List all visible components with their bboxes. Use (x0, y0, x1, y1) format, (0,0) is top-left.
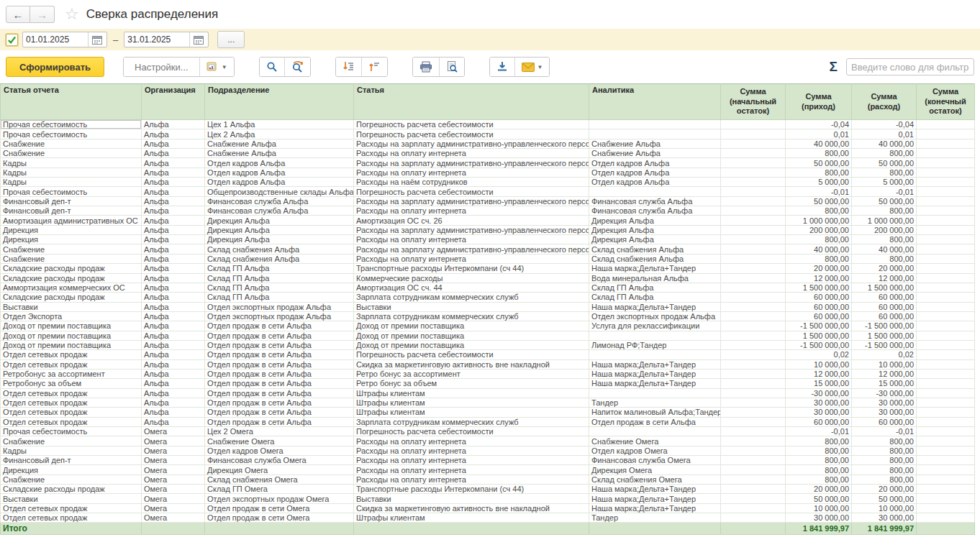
cell[interactable]: Дирекция Альфа (589, 235, 721, 244)
cell[interactable]: Складские расходы продаж (1, 264, 142, 273)
cell[interactable]: Отдел продаж в сети Альфа (205, 379, 354, 388)
cell[interactable]: Штрафы клиентам (354, 408, 589, 417)
cell[interactable]: Снабжение (1, 139, 142, 148)
cell[interactable] (721, 436, 786, 446)
cell[interactable]: 5 000,00 (786, 178, 852, 187)
cell[interactable]: Отдел кадров Альфа (589, 178, 721, 187)
cell[interactable]: Выставки (354, 302, 589, 311)
cell[interactable]: Складские расходы продаж (1, 485, 142, 494)
cell[interactable]: Омега (142, 427, 205, 436)
cell[interactable]: 60 000,00 (852, 417, 917, 426)
cell[interactable]: 800,00 (786, 446, 852, 455)
table-row[interactable]: ВыставкиОмегаОтдел экспортных продаж Оме… (1, 494, 975, 503)
cell[interactable] (721, 503, 786, 513)
cell[interactable]: Прочая себестоимость (1, 129, 142, 139)
cell[interactable]: Альфа (142, 283, 205, 292)
cell[interactable]: 5 000,00 (852, 178, 917, 187)
cell[interactable]: Отдел экспортных продаж Альфа (589, 311, 721, 321)
calendar-icon[interactable] (189, 32, 207, 47)
cell[interactable] (721, 283, 786, 292)
cell[interactable]: Альфа (142, 129, 205, 139)
cell[interactable]: 50 000,00 (852, 158, 917, 168)
cell[interactable]: Дирекция Альфа (205, 235, 354, 244)
cell[interactable]: Наша марка;Дельта+Тандер (589, 359, 721, 369)
cell[interactable]: Доход от премии поставщика (354, 331, 589, 340)
cell[interactable]: Альфа (142, 158, 205, 168)
cell[interactable]: Отдел продаж в сети Омега (205, 503, 354, 513)
cell[interactable]: Отдел кадров Альфа (589, 168, 721, 177)
cell[interactable]: Отдел продаж в сети Альфа (205, 359, 354, 369)
cell[interactable]: Склад ГП Альфа (205, 273, 354, 283)
cell[interactable]: -1 500 000,00 (852, 340, 917, 349)
cell[interactable]: Отдел продаж в сети Альфа (205, 417, 354, 426)
cell[interactable]: 200 000,00 (852, 225, 917, 234)
table-row[interactable]: Прочая себестоимостьАльфаЦех 2 АльфаПогр… (1, 129, 975, 139)
cell[interactable]: Отдел кадров Альфа (205, 158, 354, 168)
cell[interactable] (917, 465, 975, 475)
cell[interactable]: 12 000,00 (852, 369, 917, 378)
col-header-analytics[interactable]: Аналитика (589, 84, 721, 120)
cell[interactable]: Доход от премии поставщика (1, 331, 142, 340)
table-row[interactable]: Доход от премии поставщикаАльфаОтдел про… (1, 340, 975, 349)
cell[interactable] (721, 388, 786, 398)
cell[interactable] (721, 158, 786, 168)
cell[interactable]: Расходы на оплату интернета (354, 149, 589, 158)
cell[interactable]: Склад ГП Альфа (205, 293, 354, 302)
cell[interactable] (589, 129, 721, 139)
cell[interactable]: 800,00 (852, 254, 917, 263)
table-row[interactable]: ДирекцияАльфаДирекция АльфаРасходы на оп… (1, 235, 975, 244)
cell[interactable]: Дирекция Альфа (589, 216, 721, 225)
cell[interactable]: Дирекция Омега (589, 465, 721, 475)
cell[interactable] (721, 273, 786, 283)
cell[interactable]: Расходы на оплату интернета (354, 465, 589, 475)
cell[interactable]: 50 000,00 (786, 196, 852, 206)
cell[interactable]: 20 000,00 (786, 264, 852, 273)
cell[interactable]: -0,04 (786, 120, 852, 129)
cell[interactable]: Отдел кадров Альфа (589, 158, 721, 168)
col-header-income[interactable]: Сумма (приход) (786, 84, 852, 120)
cell[interactable] (917, 158, 975, 168)
cell[interactable]: Отдел Экспорта (1, 311, 142, 321)
calendar-icon[interactable] (88, 32, 105, 47)
filter-input[interactable] (846, 58, 974, 75)
cell[interactable] (721, 187, 786, 196)
cell[interactable]: Финансовая служба Омега (205, 456, 354, 465)
cell[interactable]: 800,00 (852, 168, 917, 177)
cell[interactable]: Штрафы клиентам (354, 388, 589, 398)
period-more-button[interactable]: ... (217, 31, 245, 48)
cell[interactable]: 30 000,00 (852, 513, 917, 523)
cell[interactable] (721, 120, 786, 129)
cell[interactable]: Альфа (142, 302, 205, 311)
table-row[interactable]: Прочая себестоимостьАльфаЦех 1 АльфаПогр… (1, 120, 975, 129)
cell[interactable]: 800,00 (786, 254, 852, 263)
cell[interactable]: Склад снабжения Омега (205, 475, 354, 484)
cell[interactable]: Цех 1 Альфа (205, 120, 354, 129)
period-to-input[interactable] (124, 32, 189, 47)
table-row[interactable]: Доход от премии поставщикаАльфаОтдел про… (1, 331, 975, 340)
cell[interactable]: 60 000,00 (852, 293, 917, 302)
table-row[interactable]: Отдел сетевых продажАльфаОтдел продаж в … (1, 359, 975, 369)
report-variants-button[interactable]: ▼ (199, 58, 234, 76)
cell[interactable]: 30 000,00 (786, 513, 852, 523)
table-row[interactable]: Отдел ЭкспортаАльфаОтдел экспортных прод… (1, 311, 975, 321)
cell[interactable]: Дирекция (1, 235, 142, 244)
cell[interactable] (917, 264, 975, 273)
cell[interactable]: Альфа (142, 149, 205, 158)
table-row[interactable]: СнабжениеАльфаСклад снабжения АльфаРасхо… (1, 254, 975, 263)
cell[interactable]: Прочая себестоимость (1, 120, 142, 129)
cell[interactable]: Отдел сетевых продаж (1, 359, 142, 369)
cell[interactable] (721, 446, 786, 455)
cell[interactable]: Отдел кадров Альфа (205, 168, 354, 177)
cell[interactable]: Дирекция (1, 465, 142, 475)
table-row[interactable]: ДирекцияОмегаДирекция ОмегаРасходы на оп… (1, 465, 975, 475)
col-header-organization[interactable]: Организация (142, 84, 205, 120)
cell[interactable] (721, 168, 786, 177)
save-button[interactable] (490, 58, 514, 76)
cell[interactable]: Зарплата сотрудникам коммерческих служб (354, 417, 589, 426)
cell[interactable]: Альфа (142, 225, 205, 234)
cell[interactable]: Скидка за маркетинговую активность вне н… (354, 359, 589, 369)
cell[interactable]: Отдел продаж в сети Альфа (205, 321, 354, 331)
cell[interactable]: Отдел продаж в сети Альфа (205, 398, 354, 407)
cell[interactable]: 15 000,00 (852, 379, 917, 388)
cell[interactable]: 10 000,00 (786, 503, 852, 513)
